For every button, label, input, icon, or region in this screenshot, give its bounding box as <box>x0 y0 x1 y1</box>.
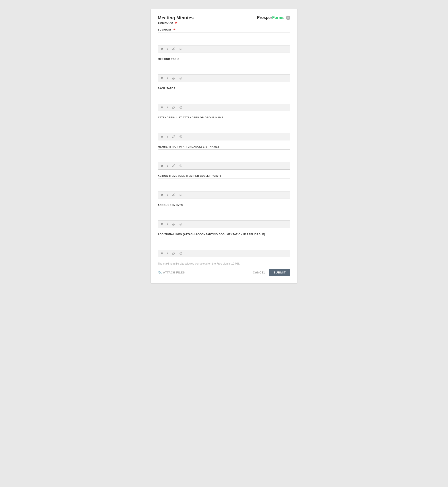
svg-point-13 <box>180 165 180 166</box>
footer-note: The maximum file size allowed per upload… <box>158 262 290 265</box>
bold-button-announcements[interactable]: B <box>160 222 164 227</box>
rich-text-area-announcements: BI <box>158 208 290 228</box>
form-header: Meeting Minutes SUMMARY★ ProsperForms × <box>158 15 290 24</box>
text-input-action-items[interactable] <box>158 179 290 190</box>
svg-point-11 <box>181 136 181 137</box>
required-star: ★ <box>175 21 178 24</box>
emoji-button-facilitator[interactable] <box>178 105 183 110</box>
svg-point-16 <box>180 195 180 195</box>
logo-forms: Forms <box>272 15 284 20</box>
title-block: Meeting Minutes SUMMARY★ <box>158 15 194 24</box>
emoji-button-members-not-attending[interactable] <box>178 164 183 168</box>
close-button[interactable]: × <box>286 16 290 20</box>
field-label-members-not-attending: MEMBERS NOT IN ATTENDANCE: LIST NAMES <box>158 145 290 148</box>
field-section-members-not-attending: MEMBERS NOT IN ATTENDANCE: LIST NAMESBI <box>158 145 290 170</box>
field-label-facilitator: FACILITATOR <box>158 87 290 90</box>
text-input-facilitator[interactable] <box>158 91 290 103</box>
bold-button-action-items[interactable]: B <box>160 193 164 197</box>
emoji-button-action-items[interactable] <box>178 193 183 197</box>
submit-button[interactable]: SUBMIT <box>269 269 290 276</box>
bold-button-additional-info[interactable]: B <box>160 251 164 256</box>
rich-text-area-attendees: BI <box>158 120 290 141</box>
bold-button-attendees[interactable]: B <box>160 134 164 139</box>
italic-button-additional-info[interactable]: I <box>166 251 169 256</box>
cancel-button[interactable]: CANCEL <box>253 271 266 274</box>
rich-text-area-action-items: BI <box>158 179 290 199</box>
bold-button-meeting-topic[interactable]: B <box>160 76 164 80</box>
emoji-button-meeting-topic[interactable] <box>178 76 183 80</box>
svg-point-8 <box>181 107 181 107</box>
text-input-additional-info[interactable] <box>158 237 290 249</box>
svg-point-6 <box>179 106 182 109</box>
toolbar-announcements: BI <box>158 220 290 228</box>
toolbar-attendees: BI <box>158 133 290 140</box>
text-input-meeting-topic[interactable] <box>158 62 290 74</box>
field-section-attendees: ATTENDEES: LIST ATTENDEES OR GROUP NAMEB… <box>158 116 290 141</box>
italic-button-facilitator[interactable]: I <box>166 105 169 110</box>
field-section-summary: SUMMARY ★BI <box>158 28 290 53</box>
field-label-summary: SUMMARY ★ <box>158 28 290 31</box>
field-label-action-items: ACTION ITEMS (ONE ITEM PER BULLET POINT) <box>158 174 290 177</box>
text-input-attendees[interactable] <box>158 120 290 132</box>
toolbar-additional-info: BI <box>158 250 290 257</box>
svg-point-2 <box>181 49 181 49</box>
toolbar-summary: BI <box>158 45 290 53</box>
svg-point-15 <box>179 194 182 196</box>
rich-text-area-meeting-topic: BI <box>158 62 290 82</box>
link-button-meeting-topic[interactable] <box>171 76 176 80</box>
field-label-additional-info: ADDITIONAL INFO (ATTACH ACCOMPANYING DOC… <box>158 233 290 236</box>
svg-point-7 <box>180 107 180 107</box>
field-label-attendees: ATTENDEES: LIST ATTENDEES OR GROUP NAME <box>158 116 290 119</box>
footer-actions: 📎 ATTACH FILES CANCEL SUBMIT <box>158 269 290 276</box>
italic-button-announcements[interactable]: I <box>166 222 169 227</box>
attach-files-button[interactable]: 📎 ATTACH FILES <box>158 271 185 274</box>
toolbar-action-items: BI <box>158 191 290 199</box>
link-button-announcements[interactable] <box>171 222 176 226</box>
text-input-announcements[interactable] <box>158 208 290 220</box>
link-button-facilitator[interactable] <box>171 105 176 110</box>
svg-point-9 <box>179 135 182 138</box>
link-button-members-not-attending[interactable] <box>171 164 176 168</box>
link-button-attendees[interactable] <box>171 135 176 139</box>
field-section-meeting-topic: MEETING TOPICBI <box>158 58 290 82</box>
form-container: Meeting Minutes SUMMARY★ ProsperForms × … <box>151 9 298 283</box>
svg-point-22 <box>180 253 180 253</box>
svg-point-5 <box>181 78 181 78</box>
field-section-facilitator: FACILITATORBI <box>158 87 290 111</box>
field-section-additional-info: ADDITIONAL INFO (ATTACH ACCOMPANYING DOC… <box>158 233 290 257</box>
svg-point-0 <box>179 48 182 50</box>
rich-text-area-additional-info: BI <box>158 237 290 257</box>
emoji-button-announcements[interactable] <box>178 222 183 226</box>
svg-point-12 <box>179 165 182 167</box>
emoji-button-additional-info[interactable] <box>178 251 183 255</box>
italic-button-action-items[interactable]: I <box>166 193 169 197</box>
text-input-summary[interactable] <box>158 33 290 44</box>
form-subtitle: SUMMARY★ <box>158 21 194 24</box>
svg-point-4 <box>180 78 180 78</box>
bold-button-members-not-attending[interactable]: B <box>160 164 164 168</box>
svg-point-14 <box>181 165 181 166</box>
italic-button-meeting-topic[interactable]: I <box>166 76 169 80</box>
link-button-summary[interactable] <box>171 47 176 51</box>
bold-button-facilitator[interactable]: B <box>160 105 164 110</box>
rich-text-area-members-not-attending: BI <box>158 149 290 170</box>
emoji-button-attendees[interactable] <box>178 135 183 139</box>
field-section-action-items: ACTION ITEMS (ONE ITEM PER BULLET POINT)… <box>158 174 290 199</box>
svg-point-3 <box>179 77 182 79</box>
field-label-announcements: ANNOUNCEMENTS <box>158 204 290 206</box>
logo-prosper: Prosper <box>257 15 272 20</box>
bold-button-summary[interactable]: B <box>160 47 164 51</box>
toolbar-meeting-topic: BI <box>158 74 290 82</box>
fields-container: SUMMARY ★BI MEETING TOPICBI FACILITATORB… <box>158 28 290 257</box>
link-button-additional-info[interactable] <box>171 251 176 255</box>
italic-button-summary[interactable]: I <box>166 47 169 51</box>
logo: ProsperForms <box>257 15 284 20</box>
logo-wrapper: ProsperForms × <box>257 15 290 20</box>
link-button-action-items[interactable] <box>171 193 176 197</box>
rich-text-area-facilitator: BI <box>158 91 290 111</box>
text-input-members-not-attending[interactable] <box>158 149 290 161</box>
svg-point-1 <box>180 49 180 49</box>
italic-button-members-not-attending[interactable]: I <box>166 164 169 168</box>
italic-button-attendees[interactable]: I <box>166 134 169 139</box>
emoji-button-summary[interactable] <box>178 47 183 51</box>
